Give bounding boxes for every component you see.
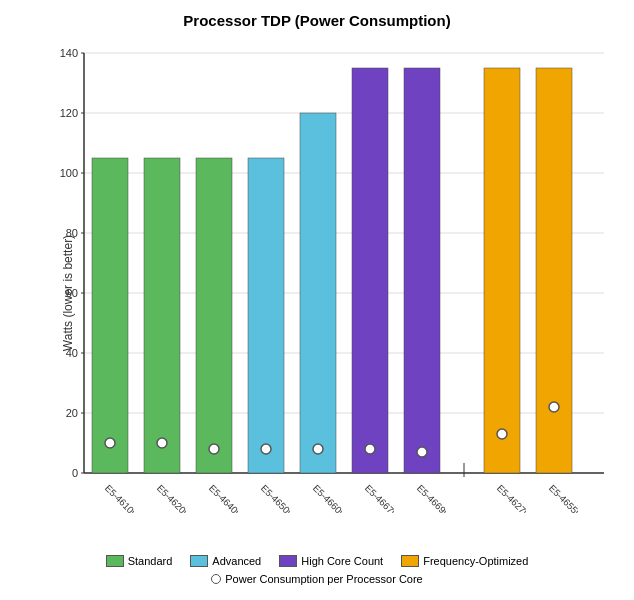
svg-text:80: 80: [66, 227, 78, 239]
svg-text:100: 100: [60, 167, 78, 179]
legend-dot: Power Consumption per Processor Core: [211, 573, 422, 585]
xlabel-E5-4610v3: E5-4610v3: [103, 482, 143, 513]
svg-text:120: 120: [60, 107, 78, 119]
xlabel-E5-4620v3: E5-4620v3: [155, 482, 195, 513]
svg-text:0: 0: [72, 467, 78, 479]
chart-container: Processor TDP (Power Consumption) Watts …: [0, 0, 634, 600]
xlabel-E5-4669v3: E5-4669v3: [415, 482, 455, 513]
svg-text:40: 40: [66, 347, 78, 359]
legend-hcc-label: High Core Count: [301, 555, 383, 567]
dot-E5-4640v3: [209, 444, 219, 454]
legend: Standard Advanced High Core Count Freque…: [0, 555, 634, 585]
bar-E5-4610v3: [92, 158, 128, 473]
dot-E5-4660v3: [313, 444, 323, 454]
dot-E5-4627v3: [497, 429, 507, 439]
bar-E5-4627v3: [484, 68, 520, 473]
bar-E5-4640v3: [196, 158, 232, 473]
bar-E5-4667v3: [352, 68, 388, 473]
xlabel-E5-4627v3: E5-4627v3: [495, 482, 535, 513]
bar-E5-4669v3: [404, 68, 440, 473]
xlabel-E5-4667v3: E5-4667v3: [363, 482, 403, 513]
chart-title: Processor TDP (Power Consumption): [0, 0, 634, 33]
xlabel-E5-4655v3: E5-4655v3: [547, 482, 587, 513]
xlabel-E5-4650v3: E5-4650v3: [259, 482, 299, 513]
xlabel-E5-4660v3: E5-4660v3: [311, 482, 351, 513]
bar-E5-4650v3: [248, 158, 284, 473]
dot-E5-4655v3: [549, 402, 559, 412]
legend-dot-label: Power Consumption per Processor Core: [225, 573, 422, 585]
legend-advanced-box: [190, 555, 208, 567]
legend-dot-circle: [211, 574, 221, 584]
legend-advanced-label: Advanced: [212, 555, 261, 567]
xlabel-E5-4640v3: E5-4640v3: [207, 482, 247, 513]
legend-high-core-count: High Core Count: [279, 555, 383, 567]
svg-text:140: 140: [60, 47, 78, 59]
legend-standard: Standard: [106, 555, 173, 567]
dot-E5-4650v3: [261, 444, 271, 454]
chart-svg: 0 20 40 60 80 100 120 140: [44, 33, 634, 513]
legend-standard-box: [106, 555, 124, 567]
dot-E5-4620v3: [157, 438, 167, 448]
dot-E5-4667v3: [365, 444, 375, 454]
bar-E5-4620v3: [144, 158, 180, 473]
legend-frequency-optimized: Frequency-Optimized: [401, 555, 528, 567]
legend-hcc-box: [279, 555, 297, 567]
legend-advanced: Advanced: [190, 555, 261, 567]
dot-E5-4669v3: [417, 447, 427, 457]
dot-E5-4610v3: [105, 438, 115, 448]
legend-fo-box: [401, 555, 419, 567]
svg-text:20: 20: [66, 407, 78, 419]
legend-standard-label: Standard: [128, 555, 173, 567]
svg-text:60: 60: [66, 287, 78, 299]
bar-E5-4660v3: [300, 113, 336, 473]
legend-fo-label: Frequency-Optimized: [423, 555, 528, 567]
